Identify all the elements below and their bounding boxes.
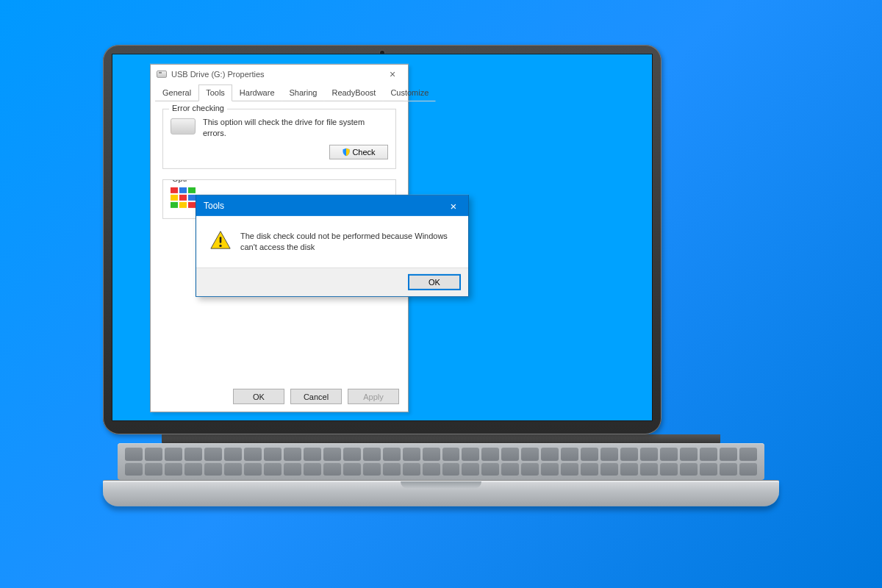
svg-rect-0 (220, 237, 222, 243)
desktop-screen: USB Drive (G:) Properties × General Tool… (112, 54, 653, 421)
laptop-base (103, 480, 779, 506)
close-button[interactable]: × (439, 196, 468, 216)
tab-general[interactable]: General (155, 85, 198, 101)
defrag-icon (171, 187, 196, 209)
tabs: General Tools Hardware Sharing ReadyBoos… (151, 84, 408, 101)
properties-button-bar: OK Cancel Apply (151, 383, 408, 412)
drive-icon (171, 118, 196, 135)
tab-readyboost[interactable]: ReadyBoost (324, 85, 383, 101)
svg-point-1 (219, 245, 221, 247)
screen-bezel: USB Drive (G:) Properties × General Tool… (103, 45, 662, 434)
apply-button: Apply (348, 389, 399, 404)
tab-customize[interactable]: Customize (383, 85, 436, 101)
laptop-keyboard (118, 443, 764, 480)
tab-hardware[interactable]: Hardware (232, 85, 282, 101)
laptop-frame: USB Drive (G:) Properties × General Tool… (103, 45, 779, 506)
group-label-error-checking: Error checking (169, 104, 227, 112)
properties-title: USB Drive (G:) Properties (171, 70, 265, 79)
error-dialog-title: Tools (204, 201, 224, 211)
check-button[interactable]: Check (329, 145, 388, 159)
error-ok-button[interactable]: OK (408, 274, 461, 290)
error-dialog-message: The disk check could not be performed be… (240, 229, 455, 253)
properties-titlebar[interactable]: USB Drive (G:) Properties × (151, 65, 408, 84)
error-checking-desc: This option will check the drive for fil… (203, 117, 388, 139)
error-dialog-body: The disk check could not be performed be… (196, 216, 468, 268)
ok-button[interactable]: OK (233, 389, 284, 404)
error-dialog: Tools × The disk check could not be perf… (196, 195, 469, 297)
group-label-optimize: Opti (169, 179, 190, 183)
tab-tools[interactable]: Tools (198, 85, 232, 101)
tab-sharing[interactable]: Sharing (282, 85, 325, 101)
warning-icon (209, 229, 232, 251)
check-button-label: Check (352, 148, 375, 157)
shield-icon (342, 148, 351, 157)
close-button[interactable]: × (380, 65, 405, 84)
error-dialog-titlebar[interactable]: Tools × (196, 196, 468, 216)
cancel-button[interactable]: Cancel (290, 389, 342, 404)
error-dialog-button-bar: OK (196, 268, 468, 296)
group-error-checking: Error checking This option will check th… (162, 109, 396, 169)
drive-icon (157, 71, 167, 78)
